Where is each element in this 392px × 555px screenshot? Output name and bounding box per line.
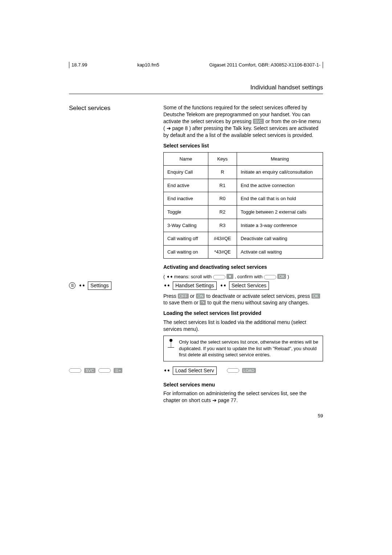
arrow-icon: ➧➧ <box>78 282 85 289</box>
load-badge: LOAD <box>242 368 256 373</box>
table-row: ToggleR2Toggle between 2 external calls <box>164 206 323 219</box>
menu-icon: ☰ <box>69 282 75 289</box>
escape-badge: ↷ <box>200 300 206 305</box>
table-row: 3-Way CallingR3Initiate a 3-way conferen… <box>164 219 323 232</box>
print-date: 18.7.99 <box>69 62 87 68</box>
info-icon: ⏊ <box>167 339 175 358</box>
note-box: ⏊ Only load the select services list onc… <box>163 336 323 361</box>
softkey-icon <box>264 275 276 279</box>
off-badge: OFF <box>178 293 189 299</box>
hint-line: ( ➧➧ means: scroll with ▼ , confirm with… <box>163 274 323 280</box>
table-row: End inactiveR0End the call that is on ho… <box>164 192 323 206</box>
table-row: End activeR1End the active connection <box>164 179 323 192</box>
svc-badge: SVC <box>84 368 95 373</box>
arrow-icon: ➔ <box>212 397 217 403</box>
nav-path-load: SVC ☰+ ➧➧ Load Select Serv LOAD <box>69 366 323 375</box>
scroll-arrow-icon: ➧➧ <box>166 274 173 279</box>
ok-badge: OK <box>311 293 320 299</box>
col-name: Name <box>164 152 208 166</box>
section-heading: Select services <box>69 104 163 113</box>
menu-heading: Select services menu <box>163 381 323 388</box>
col-keys: Keys <box>208 152 237 166</box>
arrow-icon: ➧➧ <box>220 282 226 289</box>
table-row: Enquiry CallRInitiate an enquiry call/co… <box>164 166 323 179</box>
intro-text-c: page 8 ) after pressing the Talk key. Se… <box>163 125 318 138</box>
softkey-icon <box>227 368 239 373</box>
down-badge: ▼ <box>226 274 233 279</box>
nav-select-services: Select Services <box>229 281 269 290</box>
page-number: 59 <box>163 413 323 419</box>
arrow-icon: ➧➧ <box>163 282 170 289</box>
select-services-table: Name Keys Meaning Enquiry CallRInitiate … <box>163 152 323 259</box>
note-text: Only load the select services list once,… <box>179 339 319 358</box>
loading-text: The select services list is loaded via t… <box>163 319 323 333</box>
nav-load-select-serv: Load Select Serv <box>173 366 217 375</box>
softkey-icon <box>213 275 225 279</box>
product-id: Gigaset 2011 Comfort, GBR: A30852-X1106-… <box>209 62 323 68</box>
menu-plus-icon: ☰+ <box>114 368 122 373</box>
arrow-icon: ➔ <box>167 125 171 131</box>
table-row: Call waiting off#43#QEDeactivate call wa… <box>164 232 323 246</box>
press-instructions: Press OFF or ON to deactivate or activat… <box>163 293 323 307</box>
page-title: Individual handset settings <box>69 70 323 94</box>
svc-badge: SVC <box>253 119 264 124</box>
table-heading: Select services list <box>163 142 323 149</box>
intro-paragraph: Some of the functions required for the s… <box>163 104 323 138</box>
on-badge: ON <box>196 293 205 299</box>
softkey-icon <box>69 368 81 373</box>
arrow-icon: ➧➧ <box>163 367 170 374</box>
activating-heading: Activating and deactivating select servi… <box>163 264 323 271</box>
nav-handset-settings: Handset Settings <box>173 281 217 290</box>
loading-heading: Loading the select services list provide… <box>163 310 323 317</box>
softkey-icon <box>98 368 111 373</box>
table-row: Call waiting on*43#QEActivate call waiti… <box>164 245 323 259</box>
col-meaning: Meaning <box>237 152 323 166</box>
ok-badge: OK <box>277 274 286 279</box>
nav-path-settings: ☰ ➧➧ Settings ➧➧ Handset Settings ➧➧ Sel… <box>69 281 323 290</box>
nav-settings: Settings <box>88 281 111 290</box>
menu-text: For information on administering the sel… <box>163 390 323 404</box>
print-file: kap10.fm5 <box>137 62 159 68</box>
